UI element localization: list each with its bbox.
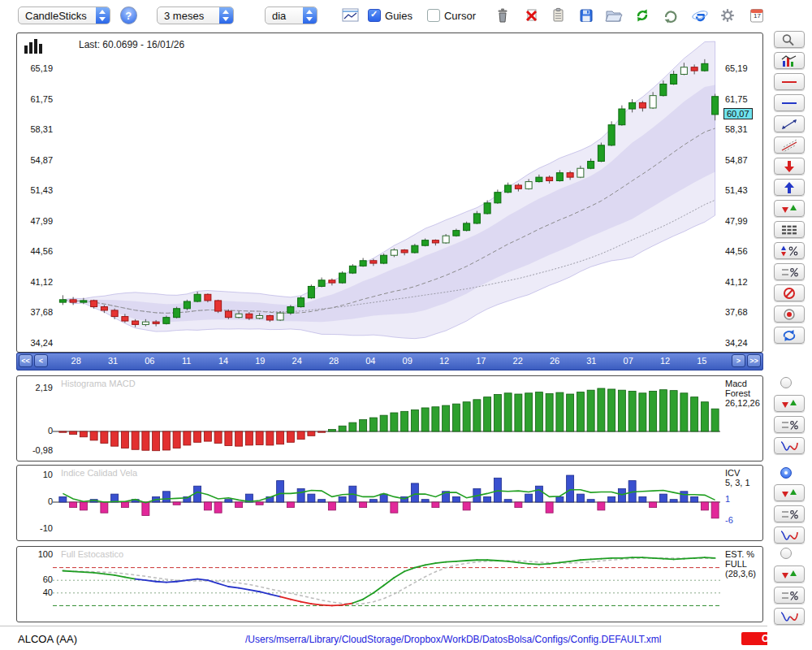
trash-button[interactable] bbox=[492, 5, 513, 26]
axis-tick-label: 65,19 bbox=[725, 63, 761, 73]
wave-icon bbox=[780, 440, 799, 453]
zoom-tool-button[interactable] bbox=[774, 31, 805, 48]
stoch-scale-button[interactable] bbox=[774, 587, 805, 604]
percent-arrows-icon bbox=[780, 245, 799, 258]
delete-button[interactable] bbox=[520, 5, 542, 26]
red-line-icon bbox=[780, 76, 799, 89]
macd-panel: Histograma MACD Macd Forest 26,12,26 2,1… bbox=[16, 375, 763, 462]
sell-marker-button[interactable] bbox=[774, 158, 805, 175]
chart-type-select[interactable]: CandleSticks bbox=[18, 6, 110, 24]
stoch-signals-button[interactable] bbox=[774, 566, 805, 583]
open-folder-icon bbox=[604, 6, 624, 24]
percent-lines-icon bbox=[780, 589, 799, 602]
period-select[interactable]: 3 meses bbox=[157, 6, 234, 24]
mini-chart-button[interactable] bbox=[340, 5, 361, 26]
regression-button[interactable] bbox=[774, 136, 805, 154]
icv-signals-button[interactable] bbox=[774, 484, 805, 501]
macd-params-line: 26,12,26 bbox=[725, 398, 760, 408]
stochastic-chart[interactable] bbox=[17, 547, 762, 622]
internet-button[interactable] bbox=[689, 5, 710, 26]
copy-button[interactable] bbox=[547, 5, 568, 26]
stoch-title: Full Estocastico bbox=[61, 549, 123, 559]
save-button[interactable] bbox=[576, 5, 597, 26]
nav-date-label: 31 bbox=[581, 356, 601, 366]
macd-histogram-chart[interactable] bbox=[17, 376, 762, 461]
select-stepper-icon bbox=[96, 7, 110, 24]
interval-value: dia bbox=[272, 10, 298, 22]
settings-button[interactable] bbox=[717, 5, 738, 26]
icv-params-line: ICV bbox=[725, 468, 750, 478]
axis-tick-label: -10 bbox=[20, 523, 53, 533]
axis-tick-label: 0 bbox=[20, 496, 53, 506]
record-button[interactable] bbox=[774, 306, 805, 323]
axis-tick-label: 37,68 bbox=[725, 307, 761, 317]
axis-tick-label: 40 bbox=[20, 587, 53, 597]
percent-scale-button[interactable] bbox=[774, 263, 805, 280]
calendar-button[interactable]: 17 bbox=[746, 5, 767, 26]
refresh-button[interactable] bbox=[632, 5, 653, 26]
axis-tick-label: 41,12 bbox=[725, 277, 761, 287]
percent-change-button[interactable] bbox=[774, 242, 805, 259]
macd-style-button[interactable] bbox=[774, 437, 805, 454]
axis-tick-label: 61,75 bbox=[20, 94, 53, 104]
magnifier-icon bbox=[780, 33, 799, 46]
last-price-tag: 60,07 bbox=[723, 108, 753, 119]
percent-lines-icon bbox=[780, 508, 799, 521]
axis-tick-label: 0 bbox=[20, 426, 53, 436]
macd-scale-button[interactable] bbox=[774, 416, 805, 433]
indicators-button[interactable] bbox=[774, 52, 805, 69]
candlestick-chart[interactable] bbox=[17, 33, 762, 352]
data-table-button[interactable] bbox=[774, 221, 805, 238]
calendar-day-label: 17 bbox=[746, 12, 767, 20]
axis-tick-label: 51,43 bbox=[725, 185, 761, 195]
nav-date-label: 31 bbox=[103, 356, 123, 366]
nav-prev-button[interactable]: < bbox=[34, 354, 48, 367]
bar-chart-icon bbox=[780, 54, 799, 67]
gear-icon bbox=[718, 6, 737, 24]
help-button[interactable]: ? bbox=[120, 6, 138, 24]
axis-tick-label: 41,12 bbox=[20, 277, 53, 287]
nav-first-button[interactable]: << bbox=[19, 354, 32, 367]
config-path[interactable]: /Users/mserra/Library/CloudStorage/Dropb… bbox=[245, 634, 661, 645]
table-icon bbox=[780, 223, 799, 236]
nav-date-label: 28 bbox=[67, 356, 86, 366]
axis-tick-label: 2,19 bbox=[20, 383, 53, 392]
clear-drawings-button[interactable] bbox=[774, 284, 805, 301]
red-hline-button[interactable] bbox=[774, 73, 805, 90]
macd-select-radio[interactable] bbox=[780, 377, 792, 388]
trendline-button[interactable] bbox=[774, 115, 805, 132]
stoch-params-line: (28,3,6) bbox=[725, 569, 756, 578]
percent-lines-icon bbox=[780, 266, 799, 279]
nav-next-button[interactable]: > bbox=[732, 354, 745, 367]
cursor-checkbox[interactable]: Cursor bbox=[427, 9, 476, 22]
axis-tick-label: 47,99 bbox=[725, 216, 761, 226]
icv-scale-button[interactable] bbox=[774, 505, 805, 522]
buy-marker-button[interactable] bbox=[774, 179, 805, 196]
trash-icon bbox=[493, 6, 512, 24]
interval-select[interactable]: dia bbox=[265, 6, 317, 24]
reload-chart-button[interactable] bbox=[774, 327, 805, 344]
guies-checkbox[interactable]: Guies bbox=[368, 9, 412, 22]
icv-select-radio[interactable] bbox=[780, 467, 792, 479]
open-button[interactable] bbox=[603, 5, 624, 26]
axis-tick-label: 65,19 bbox=[20, 63, 53, 73]
stoch-style-button[interactable] bbox=[774, 608, 805, 625]
reload-button[interactable] bbox=[660, 5, 681, 26]
percent-lines-icon bbox=[780, 418, 799, 431]
nav-date-label: 12 bbox=[655, 356, 675, 366]
axis-tick-label: 60 bbox=[20, 574, 53, 584]
status-bar: ALCOA (AA) /Users/mserra/Library/CloudSt… bbox=[0, 626, 812, 650]
nav-date-label: 17 bbox=[471, 356, 490, 366]
cursor-label: Cursor bbox=[444, 10, 476, 22]
macd-signals-button[interactable] bbox=[774, 395, 805, 412]
signals-button[interactable] bbox=[774, 200, 805, 217]
stoch-select-radio[interactable] bbox=[780, 548, 792, 559]
nav-last-button[interactable]: >> bbox=[747, 354, 761, 367]
icv-params-line: 5, 3, 1 bbox=[725, 478, 750, 488]
last-price-label: Last: 60.0699 - 16/01/26 bbox=[79, 39, 184, 50]
blue-hline-button[interactable] bbox=[774, 94, 805, 111]
nav-date-label: 04 bbox=[361, 356, 380, 366]
nav-date-label: 28 bbox=[324, 356, 343, 366]
buy-sell-arrows-icon bbox=[780, 568, 799, 581]
icv-style-button[interactable] bbox=[774, 526, 805, 544]
